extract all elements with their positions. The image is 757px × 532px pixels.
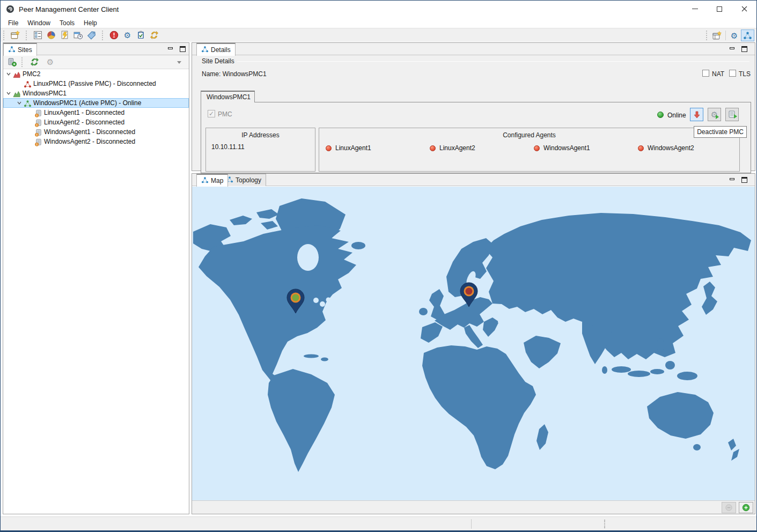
agent-linuxagent1: LinuxAgent1 xyxy=(326,144,371,152)
menu-help[interactable]: Help xyxy=(79,18,101,28)
wizard-button[interactable] xyxy=(58,29,71,41)
menu-tools[interactable]: Tools xyxy=(55,18,79,28)
deactivate-pmc-tooltip: Deactivate PMC xyxy=(694,126,747,138)
sites-maximize-button[interactable] xyxy=(178,45,187,53)
wizard-icon xyxy=(60,31,69,40)
site-red-icon xyxy=(13,70,21,78)
tag-button[interactable] xyxy=(85,29,98,41)
tasks-button[interactable] xyxy=(134,29,148,41)
tab-map[interactable]: Map xyxy=(196,174,228,187)
world-map[interactable] xyxy=(192,187,755,500)
tree-item-pmc2[interactable]: PMC2 xyxy=(3,69,189,79)
sites-minimize-button[interactable] xyxy=(166,45,175,53)
tree-item-linuxagent1[interactable]: LinuxAgent1 - Disconnected xyxy=(3,108,189,117)
chevron-down-icon[interactable] xyxy=(5,71,12,77)
tasks-icon xyxy=(136,31,145,40)
tag-icon xyxy=(87,31,96,40)
molecule-red-icon xyxy=(24,80,32,88)
red-down-arrow-icon xyxy=(693,110,701,119)
tab-windowspmc1[interactable]: WindowsPMC1 xyxy=(201,91,255,102)
chevron-down-icon[interactable] xyxy=(5,90,12,97)
toolbar-separator xyxy=(26,31,28,40)
chevron-down-icon[interactable] xyxy=(16,100,23,106)
app-window: Peer Management Center Client FileWindow… xyxy=(0,0,757,532)
alerts-button[interactable] xyxy=(107,29,121,41)
settings-icon: ⚙ xyxy=(124,31,131,39)
window-close-button[interactable] xyxy=(732,1,756,17)
menu-window[interactable]: Window xyxy=(23,18,55,28)
network-triangle-icon xyxy=(201,46,209,55)
chevron-spacer xyxy=(27,129,33,135)
details-minimize-button[interactable] xyxy=(727,45,737,53)
network-perspective-button[interactable] xyxy=(741,29,754,41)
tree-item-windowsagent1[interactable]: WindowsAgent1 - Disconnected xyxy=(3,127,189,137)
view-list-button[interactable] xyxy=(31,29,45,41)
gear-button[interactable]: ⚙ xyxy=(43,56,57,68)
pie-chart-button[interactable] xyxy=(45,29,58,41)
settings-button[interactable]: ⚙ xyxy=(121,29,134,41)
tree-item-windowsagent2[interactable]: WindowsAgent2 - Disconnected xyxy=(3,137,189,146)
schedule-icon xyxy=(74,31,83,40)
panel-maximize-icon xyxy=(741,46,747,52)
agent-windowsagent1: WindowsAgent1 xyxy=(534,144,590,152)
configured-agents-box: Configured Agents LinuxAgent1LinuxAgent2… xyxy=(319,128,740,172)
refresh-button[interactable] xyxy=(28,56,41,68)
tab-details[interactable]: Details xyxy=(196,43,236,56)
window-maximize-button[interactable] xyxy=(707,1,732,17)
map-panel: Map Topology xyxy=(192,173,755,514)
details-maximize-button[interactable] xyxy=(740,45,749,53)
tree-item-label: LinuxAgent1 - Disconnected xyxy=(44,109,124,116)
toolbar-separator xyxy=(706,31,709,40)
view-menu-button[interactable] xyxy=(172,56,186,68)
map-maximize-button[interactable] xyxy=(740,176,749,184)
site-name-label: Name: xyxy=(202,70,221,78)
panel-minimize-icon xyxy=(168,47,173,49)
group-title: Site Details xyxy=(202,57,234,65)
gear-icon: ⚙ xyxy=(47,58,54,66)
chevron-spacer xyxy=(16,80,23,87)
zoom-in-button[interactable] xyxy=(739,502,753,513)
tls-checkbox[interactable] xyxy=(729,70,736,77)
zoom-out-icon xyxy=(725,504,733,512)
pie-chart-icon xyxy=(47,31,56,40)
nat-label: NAT xyxy=(712,70,724,78)
chevron-spacer xyxy=(27,138,33,145)
map-minimize-button[interactable] xyxy=(727,176,737,184)
add-site-icon xyxy=(8,57,17,66)
new-window-button[interactable] xyxy=(9,29,22,41)
refresh-icon xyxy=(30,57,39,66)
sync-button[interactable] xyxy=(148,29,161,41)
close-icon xyxy=(741,6,747,12)
settings-button[interactable]: ⚙ xyxy=(727,29,741,41)
window-minimize-button[interactable] xyxy=(682,1,707,17)
agent-label: WindowsAgent2 xyxy=(648,144,694,152)
schedule-button[interactable] xyxy=(71,29,85,41)
menu-bar: FileWindowToolsHelp xyxy=(1,18,756,28)
deactivate-pmc-button[interactable] xyxy=(690,108,703,121)
sites-tree: PMC2LinuxPMC1 (Passive PMC) - Disconnect… xyxy=(3,69,189,514)
toolbar-separator xyxy=(102,31,105,40)
sites-toolbar: ⚙ xyxy=(3,55,189,69)
configured-agents-title: Configured Agents xyxy=(319,131,739,139)
gear-action-button[interactable]: ⚙ xyxy=(708,108,721,121)
title-bar: Peer Management Center Client xyxy=(1,1,756,18)
nat-checkbox[interactable] xyxy=(702,70,709,77)
main-toolbar: ⚙ ⚙ xyxy=(1,28,756,42)
agent-linuxagent2: LinuxAgent2 xyxy=(430,144,475,152)
tree-item-label: WindowsAgent1 - Disconnected xyxy=(44,128,135,136)
ip-addresses-box: IP Addresses 10.10.11.11 xyxy=(205,128,315,172)
zoom-out-button[interactable] xyxy=(722,502,736,513)
tree-item-label: LinuxPMC1 (Passive PMC) - Disconnected xyxy=(33,80,156,87)
server-action-button[interactable] xyxy=(725,108,739,121)
tree-item-linuxpmc1[interactable]: LinuxPMC1 (Passive PMC) - Disconnected xyxy=(3,79,189,88)
panel-maximize-icon xyxy=(180,46,186,52)
tree-item-linuxagent2[interactable]: LinuxAgent2 - Disconnected xyxy=(3,117,189,127)
statusbar-grip[interactable] xyxy=(604,520,605,528)
tree-item-windowspmc1[interactable]: WindowsPMC1 xyxy=(3,88,189,98)
menu-file[interactable]: File xyxy=(4,18,23,28)
add-site-button[interactable] xyxy=(5,56,19,68)
open-perspective-button[interactable] xyxy=(710,29,724,41)
tab-sites[interactable]: Sites xyxy=(3,43,37,56)
tls-label: TLS xyxy=(739,70,751,78)
tree-item-windowspmc1[interactable]: WindowsPMC1 (Active PMC) - Online xyxy=(3,98,189,108)
